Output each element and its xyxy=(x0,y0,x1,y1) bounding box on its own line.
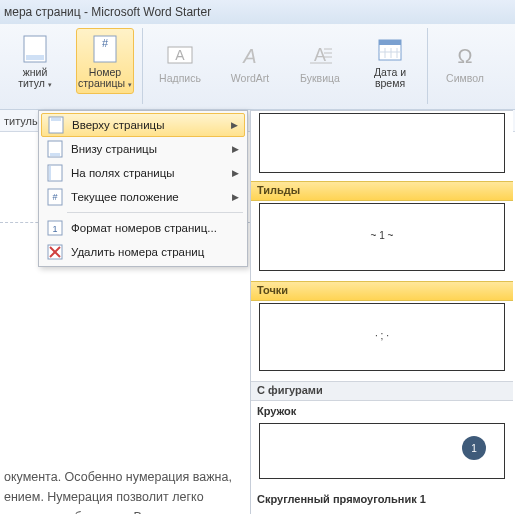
svg-text:A: A xyxy=(242,45,256,67)
svg-text:A: A xyxy=(175,47,185,63)
page-number-menu: Вверху страницы ▶ Внизу страницы ▶ На по… xyxy=(38,110,248,267)
datetime-button[interactable]: Дата ивремя xyxy=(361,28,419,94)
window-title: мера страниц - Microsoft Word Starter xyxy=(0,0,515,24)
current-position-icon: # xyxy=(45,187,65,207)
submenu-arrow-icon: ▶ xyxy=(232,192,239,202)
submenu-arrow-icon: ▶ xyxy=(232,144,239,154)
menu-current-position[interactable]: # Текущее положение ▶ xyxy=(41,185,245,209)
svg-rect-24 xyxy=(49,166,51,180)
menu-top-of-page[interactable]: Вверху страницы ▶ xyxy=(41,113,245,137)
svg-rect-1 xyxy=(26,55,44,60)
remove-icon xyxy=(45,242,65,262)
submenu-arrow-icon: ▶ xyxy=(231,120,238,130)
format-icon: 1 xyxy=(45,218,65,238)
page-top-icon xyxy=(46,115,66,135)
ribbon: жнийтитул ▾ # Номерстраницы ▾ A Надпись … xyxy=(0,24,515,110)
wordart-button[interactable]: A WordArt xyxy=(221,28,279,94)
gallery-item-dots[interactable]: · ; · xyxy=(259,303,505,371)
page-bottom-icon xyxy=(45,139,65,159)
symbol-button[interactable]: Ω Символ xyxy=(436,28,494,94)
dropcap-button[interactable]: A Буквица xyxy=(291,28,349,94)
textbox-icon: A xyxy=(164,39,196,71)
menu-remove-page-numbers[interactable]: Удалить номера страниц xyxy=(41,240,245,264)
page-number-button[interactable]: # Номерстраницы ▾ xyxy=(76,28,134,94)
svg-rect-20 xyxy=(51,118,61,121)
textbox-button[interactable]: A Надпись xyxy=(151,28,209,94)
gallery-header-tildes: Тильды xyxy=(251,181,513,201)
svg-text:Ω: Ω xyxy=(458,45,473,67)
circle-badge: 1 xyxy=(462,436,486,460)
svg-text:#: # xyxy=(52,192,57,202)
footer-button[interactable]: жнийтитул ▾ xyxy=(6,28,64,94)
gallery-item-tildes[interactable]: ~ 1 ~ xyxy=(259,203,505,271)
gallery-label-roundrect: Скругленный прямоугольник 1 xyxy=(251,489,513,509)
page-number-gallery: Тильды ~ 1 ~ Точки · ; · С фигурами Круж… xyxy=(250,110,513,514)
page-number-icon: # xyxy=(89,33,121,65)
dropcap-icon: A xyxy=(304,39,336,71)
menu-page-margins[interactable]: На полях страницы ▶ xyxy=(41,161,245,185)
gallery-label-circle: Кружок xyxy=(251,401,513,421)
svg-rect-13 xyxy=(379,40,401,45)
page-footer-icon xyxy=(19,33,51,65)
svg-text:#: # xyxy=(102,37,109,49)
calendar-icon xyxy=(374,33,406,65)
svg-text:A: A xyxy=(314,45,326,65)
submenu-arrow-icon: ▶ xyxy=(232,168,239,178)
page-margins-icon xyxy=(45,163,65,183)
gallery-header-dots: Точки xyxy=(251,281,513,301)
menu-bottom-of-page[interactable]: Внизу страницы ▶ xyxy=(41,137,245,161)
gallery-header-shapes: С фигурами xyxy=(251,381,513,401)
svg-text:1: 1 xyxy=(52,224,57,234)
menu-format-page-numbers[interactable]: 1 Формат номеров страниц... xyxy=(41,216,245,240)
wordart-icon: A xyxy=(234,39,266,71)
symbol-icon: Ω xyxy=(449,39,481,71)
gallery-item-circle[interactable]: 1 xyxy=(259,423,505,479)
svg-rect-22 xyxy=(50,153,60,156)
document-body-text: окумента. Особенно нумерация важна, ение… xyxy=(4,467,274,514)
